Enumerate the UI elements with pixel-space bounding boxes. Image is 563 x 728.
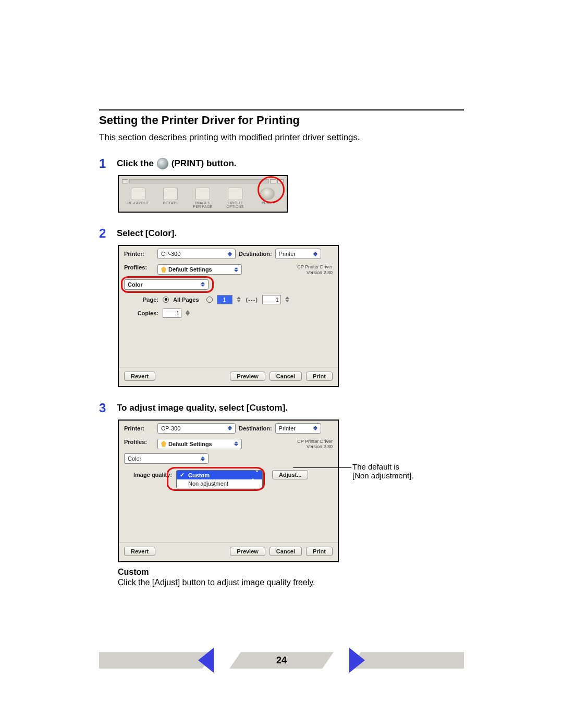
prev-page-arrow[interactable] (198, 648, 214, 673)
revert-button[interactable]: Revert (124, 372, 155, 381)
custom-note: Custom Click the [Adjust] button to adju… (118, 567, 464, 587)
step-number: 2 (99, 226, 109, 241)
step-instruction: Click the (PRINT) button. (117, 158, 237, 169)
image-quality-select[interactable]: ✓ Custom Non adjustment (176, 470, 263, 488)
radio-all-pages[interactable] (163, 297, 169, 303)
toolbar-rotate[interactable]: ROTATE (154, 186, 187, 209)
checkmark-icon: ✓ (180, 472, 185, 478)
page-nav: 24 (99, 645, 464, 676)
copies-value[interactable]: 1 (163, 309, 181, 318)
printer-label: Printer: (124, 425, 154, 431)
page-content: Setting the Printer Driver for Printing … (99, 0, 464, 707)
profiles-label: Profiles: (124, 439, 154, 445)
toolbar-images-per-page[interactable]: IMAGESPER PAGE (187, 186, 219, 209)
print-globe-icon (157, 158, 168, 169)
toolbar-figure: RE-LAYOUT ROTATE IMAGESPER PAGE LAYOUTOP… (118, 175, 288, 213)
print-button[interactable]: Print (306, 372, 333, 381)
destination-select[interactable]: Printer (275, 249, 321, 259)
toolbar-layout-options[interactable]: LAYOUTOPTIONS (219, 186, 251, 209)
toolbar-relayout[interactable]: RE-LAYOUT (122, 186, 154, 209)
profiles-label: Profiles: (124, 264, 154, 270)
page-label: Page: (126, 297, 158, 303)
all-pages-text: All Pages (173, 297, 199, 303)
copies-label: Copies: (126, 310, 158, 316)
range-dashes: (---) (246, 297, 258, 303)
step-number: 1 (99, 156, 109, 171)
preview-button[interactable]: Preview (230, 372, 265, 381)
page-to[interactable]: 1 (262, 295, 281, 304)
page-from-stepper[interactable] (237, 297, 242, 302)
driver-info: CP Printer Driver Version 2.80 (297, 439, 333, 450)
page-to-stepper[interactable] (285, 297, 290, 302)
driver-info: CP Printer Driver Version 2.80 (297, 264, 333, 276)
callout-text: The default is [Non adjustment]. (352, 462, 451, 480)
step-instruction: To adjust image quality, select [Custom]… (117, 403, 288, 413)
page-number: 24 (276, 655, 287, 666)
step-3: 3 To adjust image quality, select [Custo… (99, 401, 464, 588)
top-rule (99, 109, 464, 110)
revert-button[interactable]: Revert (124, 547, 155, 556)
step-1: 1 Click the (PRINT) button. RE-LAYOUT RO… (99, 156, 464, 213)
section-heading: Setting the Printer Driver for Printing (99, 114, 464, 127)
preview-button[interactable]: Preview (230, 547, 265, 556)
adjust-button[interactable]: Adjust... (272, 470, 308, 479)
panel-select-color[interactable]: Color (124, 279, 209, 290)
callout-leader-line (293, 467, 351, 468)
profile-icon (161, 441, 166, 447)
print-button[interactable]: Print (306, 547, 333, 556)
intro-text: This section describes printing with mod… (99, 132, 464, 143)
step-instruction: Select [Color]. (117, 228, 177, 239)
destination-label: Destination: (239, 425, 272, 431)
option-non-adjustment[interactable]: Non adjustment (177, 479, 262, 488)
step-2: 2 Select [Color]. Printer: CP-300 Destin… (99, 226, 464, 387)
profiles-select[interactable]: Default Settings (157, 439, 242, 449)
option-custom[interactable]: ✓ Custom (177, 471, 262, 479)
radio-range[interactable] (206, 297, 213, 303)
toolbar-print[interactable]: PRINT (251, 186, 284, 209)
destination-label: Destination: (239, 251, 272, 257)
step1-post: (PRINT) button. (172, 158, 237, 169)
profiles-select[interactable]: Default Settings (157, 264, 242, 275)
page-from[interactable]: 1 (217, 295, 232, 304)
print-dialog-2: Printer: CP-300 Destination: Printer Pro… (118, 419, 339, 563)
step1-pre: Click the (117, 158, 154, 169)
cancel-button[interactable]: Cancel (270, 372, 302, 381)
destination-select[interactable]: Printer (275, 423, 321, 434)
printer-label: Printer: (124, 251, 154, 257)
printer-select[interactable]: CP-300 (157, 249, 236, 259)
profile-icon (161, 266, 166, 273)
step-number: 3 (99, 401, 109, 415)
next-page-arrow[interactable] (349, 648, 365, 673)
cancel-button[interactable]: Cancel (270, 547, 302, 556)
custom-heading: Custom (118, 567, 464, 577)
image-quality-label: Image quality: (126, 470, 172, 478)
copies-stepper[interactable] (186, 310, 191, 316)
print-dialog-1: Printer: CP-300 Destination: Printer Pro… (118, 245, 339, 387)
custom-text: Click the [Adjust] button to adjust imag… (118, 578, 464, 587)
scrollbar (122, 179, 284, 183)
panel-select-color[interactable]: Color (124, 453, 209, 464)
printer-select[interactable]: CP-300 (157, 423, 236, 434)
